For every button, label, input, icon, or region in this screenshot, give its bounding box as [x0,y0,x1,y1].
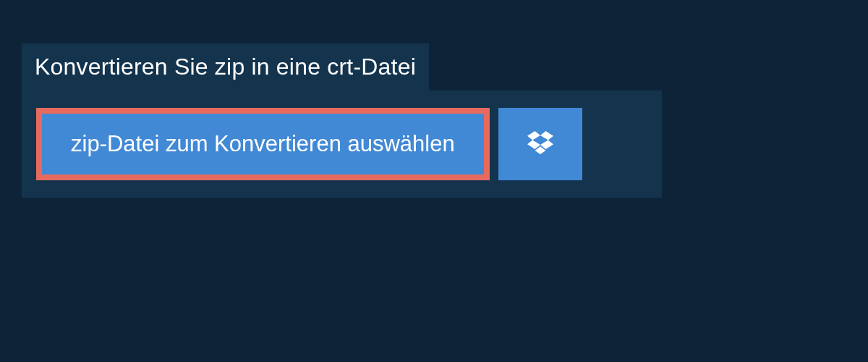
dropbox-icon [527,131,553,157]
page-title: Konvertieren Sie zip in eine crt-Datei [35,54,416,80]
select-file-button[interactable]: zip-Datei zum Konvertieren auswählen [36,108,490,180]
upload-area: zip-Datei zum Konvertieren auswählen [22,90,662,198]
title-bar: Konvertieren Sie zip in eine crt-Datei [22,43,429,90]
select-file-label: zip-Datei zum Konvertieren auswählen [71,131,455,157]
converter-panel: Konvertieren Sie zip in eine crt-Datei z… [22,43,662,198]
dropbox-button[interactable] [498,108,582,180]
